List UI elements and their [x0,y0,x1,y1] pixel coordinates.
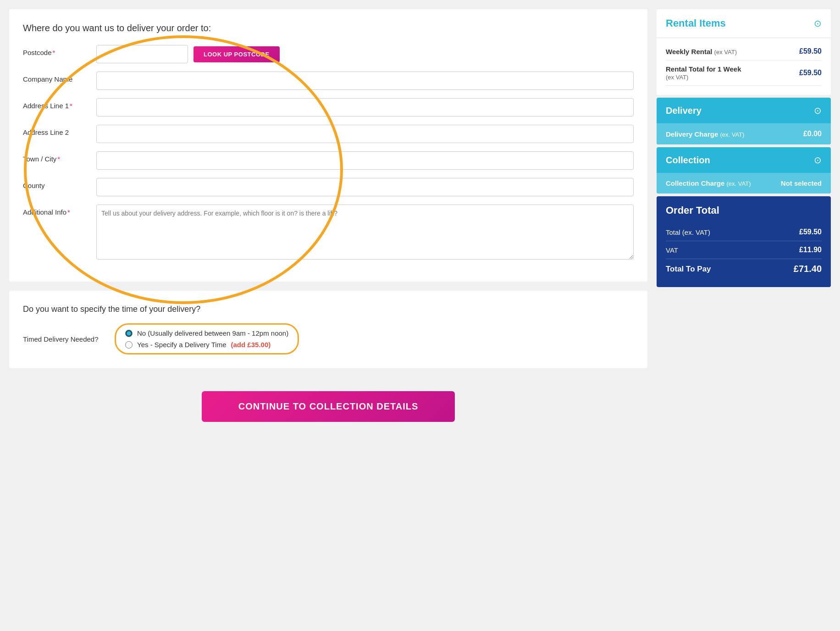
vat-row: VAT £11.90 [666,241,822,259]
address2-label: Address Line 2 [23,125,96,136]
company-name-row: Company Name [23,72,634,90]
rental-items-body: Weekly Rental (ex VAT) £59.50 Rental Tot… [657,38,831,95]
county-label: County [23,178,96,189]
required-star: * [70,102,72,110]
delivery-charge-ex-vat: (ex. VAT) [720,131,744,138]
address2-input-wrap [96,125,634,143]
rental-items-title: Rental Items [666,17,726,29]
rental-total-row: Rental Total for 1 Week (ex VAT) £59.50 [666,61,822,86]
postcode-label: Postcode* [23,45,96,56]
address2-input[interactable] [96,125,634,143]
weekly-rental-value: £59.50 [799,47,822,55]
address2-row: Address Line 2 [23,125,634,143]
sidebar: Rental Items ⊙ Weekly Rental (ex VAT) £5… [657,9,831,287]
rental-total-label: Rental Total for 1 Week (ex VAT) [666,65,741,81]
radio-no[interactable] [125,330,133,337]
county-input[interactable] [96,178,634,196]
additional-info-textarea[interactable] [96,205,634,260]
rental-total-value: £59.50 [799,69,822,77]
additional-info-input-wrap [96,205,634,260]
rental-items-header: Rental Items ⊙ [657,9,831,38]
weekly-rental-label: Weekly Rental (ex VAT) [666,48,737,55]
rental-items-chevron-icon[interactable]: ⊙ [814,18,822,29]
address1-input-wrap [96,98,634,116]
company-name-input[interactable] [96,72,634,90]
required-star: * [53,49,55,56]
collection-charge-ex-vat: (ex. VAT) [727,180,751,187]
delivery-title: Delivery [666,105,702,116]
additional-info-row: Additional Info* [23,205,634,260]
order-total-section: Order Total Total (ex. VAT) £59.50 VAT £… [657,196,831,287]
county-input-wrap [96,178,634,196]
required-star: * [67,208,70,216]
town-row: Town / City* [23,151,634,170]
collection-body: Collection Charge (ex. VAT) Not selected [657,173,831,194]
order-total-title: Order Total [666,205,822,216]
weekly-rental-ex-vat: (ex VAT) [714,49,737,55]
delivery-heading: Where do you want us to deliver your ord… [23,23,634,33]
vat-label: VAT [666,246,678,254]
lookup-postcode-button[interactable]: LOOK UP POSTCODE [193,46,280,62]
postcode-input-wrap: LOOK UP POSTCODE [96,45,634,63]
vat-value: £11.90 [799,246,822,254]
total-to-pay-row: Total To Pay £71.40 [666,259,822,279]
delivery-section: Delivery ⊙ Delivery Charge (ex. VAT) £0.… [657,98,831,144]
delivery-charge-label: Delivery Charge (ex. VAT) [666,130,744,138]
postcode-input[interactable] [96,45,188,63]
radio-no-label: No (Usually delivered between 9am - 12pm… [137,329,288,337]
address1-row: Address Line 1* [23,98,634,116]
company-name-input-wrap [96,72,634,90]
timed-delivery-heading: Do you want to specify the time of your … [23,304,634,314]
required-star: * [57,155,60,163]
delivery-header: Delivery ⊙ [657,98,831,123]
town-input-wrap [96,151,634,170]
timed-delivery-row: Timed Delivery Needed? No (Usually deliv… [23,323,634,354]
collection-header: Collection ⊙ [657,147,831,173]
delivery-body: Delivery Charge (ex. VAT) £0.00 [657,123,831,144]
address1-input[interactable] [96,98,634,116]
total-ex-vat-value: £59.50 [799,228,822,236]
company-name-label: Company Name [23,72,96,83]
postcode-row: Postcode* LOOK UP POSTCODE [23,45,634,63]
town-input[interactable] [96,151,634,170]
radio-yes-label: Yes - Specify a Delivery Time [137,341,227,349]
radio-option-yes[interactable]: Yes - Specify a Delivery Time (add £35.0… [125,341,288,349]
total-ex-vat-row: Total (ex. VAT) £59.50 [666,223,822,241]
address1-label: Address Line 1* [23,98,96,110]
delivery-charge-row: Delivery Charge (ex. VAT) £0.00 [666,130,822,138]
timed-delivery-label: Timed Delivery Needed? [23,335,105,343]
collection-charge-label: Collection Charge (ex. VAT) [666,179,751,187]
weekly-rental-row: Weekly Rental (ex VAT) £59.50 [666,43,822,61]
radio-yes-cost: (add £35.00) [231,341,271,349]
continue-button[interactable]: CONTINUE TO COLLECTION DETAILS [202,391,455,422]
rental-total-ex-vat: (ex VAT) [666,74,688,81]
total-to-pay-label: Total To Pay [666,265,711,274]
continue-section: CONTINUE TO COLLECTION DETAILS [9,377,647,431]
delivery-charge-value: £0.00 [803,130,822,138]
timed-delivery-card: Do you want to specify the time of your … [9,291,647,368]
rental-items-section: Rental Items ⊙ Weekly Rental (ex VAT) £5… [657,9,831,95]
radio-yes[interactable] [125,341,133,349]
town-label: Town / City* [23,151,96,163]
collection-chevron-icon[interactable]: ⊙ [814,155,822,166]
collection-section: Collection ⊙ Collection Charge (ex. VAT)… [657,147,831,194]
additional-info-label: Additional Info* [23,205,96,216]
collection-charge-value: Not selected [781,179,822,187]
collection-charge-row: Collection Charge (ex. VAT) Not selected [666,179,822,187]
total-ex-vat-label: Total (ex. VAT) [666,228,710,236]
county-row: County [23,178,634,196]
total-to-pay-value: £71.40 [794,264,822,274]
collection-title: Collection [666,155,710,166]
radio-option-no[interactable]: No (Usually delivered between 9am - 12pm… [125,329,288,337]
delivery-chevron-icon[interactable]: ⊙ [814,105,822,116]
timed-delivery-options: No (Usually delivered between 9am - 12pm… [115,323,299,354]
